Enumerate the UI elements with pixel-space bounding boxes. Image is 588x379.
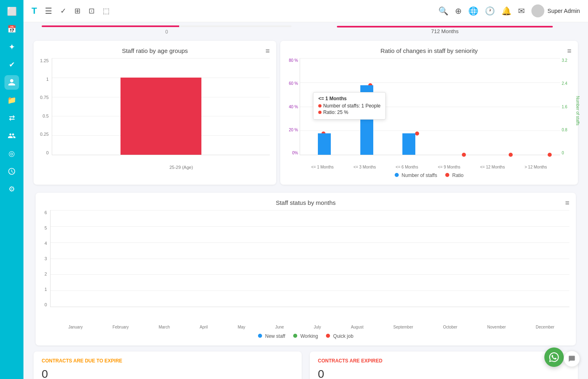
sidebar-item-calendar[interactable]: 📅: [4, 22, 19, 36]
x-nov: November: [487, 325, 506, 329]
x-may: May: [238, 325, 245, 329]
mail-icon[interactable]: ✉: [518, 6, 525, 16]
left-progress-fill: [42, 25, 179, 27]
seniority-chart: Ratio of changes in staff by seniority ≡…: [280, 41, 578, 185]
sidebar-item-clock[interactable]: [4, 164, 19, 179]
username: Super Admin: [548, 8, 580, 14]
legend-quickjob-dot: [326, 334, 330, 338]
seniority-bar-6m: [402, 133, 415, 155]
age-ratio-chart: Staff ratio by age groups ≡ 1.25 1 0.75 …: [34, 41, 276, 185]
monthly-y-2: 2: [42, 272, 47, 276]
fab-chat[interactable]: [564, 351, 580, 367]
user-info: Super Admin: [531, 4, 580, 17]
age-y-label-1: 1: [40, 77, 49, 82]
briefcase-icon[interactable]: ⊡: [89, 6, 95, 15]
avatar: [531, 4, 544, 17]
gridline: [51, 259, 569, 259]
history-icon[interactable]: 🕐: [485, 6, 495, 16]
age-bar-25-29: [121, 78, 201, 155]
gridline: [51, 242, 569, 243]
monthly-y-6: 6: [42, 210, 47, 215]
legend-staffs-dot: [395, 173, 399, 177]
grid-icon[interactable]: ⊞: [74, 6, 80, 15]
tooltip-staffs-label: Number of staffs: 1 People: [323, 103, 381, 109]
months-value: 712 Months: [431, 28, 459, 34]
legend-ratio: Ratio: [445, 173, 463, 178]
age-y-label-3: 0.5: [40, 114, 49, 118]
seniority-chart-menu[interactable]: ≡: [567, 47, 571, 55]
seniority-y-right-3: 0.8: [562, 128, 571, 132]
fab-whatsapp[interactable]: [544, 347, 564, 367]
age-y-label-4: 0.25: [40, 132, 49, 137]
monthly-y-0: 0: [42, 302, 47, 307]
add-icon[interactable]: ⊕: [455, 6, 462, 16]
sidebar: ⬜ 📅 ✦ ✔ 📁 ⇄ ◎ ⚙: [0, 0, 23, 379]
x-jul: July: [314, 325, 321, 329]
app-logo: T: [32, 6, 37, 16]
x-dec: December: [536, 325, 554, 329]
sen-x-label-4: <= 9 Months: [438, 165, 461, 169]
gridline: [51, 226, 569, 227]
check-icon[interactable]: ✓: [60, 6, 66, 15]
left-value: 0: [32, 29, 302, 35]
tooltip-ratio-row: Ratio: 25 %: [318, 109, 381, 115]
globe-icon[interactable]: 🌐: [468, 6, 478, 16]
legend-quick-job: Quick job: [326, 333, 353, 339]
sidebar-item-page[interactable]: ⬜: [4, 4, 19, 19]
seniority-y-left-1: 60 %: [287, 81, 298, 86]
sidebar-item-circle[interactable]: ◎: [4, 146, 19, 161]
sidebar-item-integrations[interactable]: ✦: [4, 40, 19, 54]
age-chart-menu[interactable]: ≡: [265, 47, 270, 55]
x-apr: April: [200, 325, 208, 329]
tooltip-ratio-label: Ratio: 25 %: [323, 109, 348, 115]
gridline: [51, 274, 569, 275]
seniority-y-right-2: 1.6: [562, 105, 571, 109]
main-area: T ☰ ✓ ⊞ ⊡ ⬚ 🔍 ⊕ 🌐 🕐 🔔 ✉ Super Admin: [23, 0, 588, 379]
monitor-icon[interactable]: ⬚: [103, 6, 110, 15]
bell-icon[interactable]: 🔔: [501, 6, 512, 16]
topnav-left: T ☰ ✓ ⊞ ⊡ ⬚: [32, 6, 110, 16]
legend-new-staff: New staff: [258, 333, 285, 339]
sen-x-label-2: <= 3 Months: [353, 165, 376, 169]
tooltip-staffs-row: Number of staffs: 1 People: [318, 103, 381, 109]
sidebar-item-staff[interactable]: [4, 75, 19, 90]
age-y-label-0: 1.25: [40, 58, 49, 63]
x-mar: March: [159, 325, 170, 329]
monthly-y-3: 3: [42, 256, 47, 261]
hamburger-icon[interactable]: ☰: [45, 6, 52, 16]
charts-row-1: Staff ratio by age groups ≡ 1.25 1 0.75 …: [23, 35, 588, 191]
expire-soon-value: 0: [42, 368, 294, 379]
monthly-chart-menu[interactable]: ≡: [565, 199, 569, 207]
x-oct: October: [443, 325, 457, 329]
search-icon[interactable]: 🔍: [438, 6, 448, 16]
seniority-y-left-2: 40 %: [287, 105, 298, 109]
sidebar-item-settings[interactable]: ⚙: [4, 182, 19, 196]
sen-x-label-3: <= 6 Months: [396, 165, 418, 169]
sidebar-item-group[interactable]: [4, 128, 19, 143]
contract-expired: CONTRACTS ARE EXPIRED 0: [310, 352, 578, 379]
age-x-label: 25-29 (Age): [72, 165, 270, 170]
sidebar-item-folder[interactable]: 📁: [4, 93, 19, 107]
x-sep: September: [393, 325, 413, 329]
sen-x-label-5: <= 12 Months: [480, 165, 505, 169]
expired-title: CONTRACTS ARE EXPIRED: [318, 358, 570, 364]
expire-soon-title: CONTRACTS ARE DUE TO EXPIRE: [42, 358, 294, 364]
age-y-label-5: 0: [40, 150, 49, 155]
sen-x-label-1: <= 1 Months: [311, 165, 334, 169]
x-jan: January: [68, 325, 83, 329]
top-navigation: T ☰ ✓ ⊞ ⊡ ⬚ 🔍 ⊕ 🌐 🕐 🔔 ✉ Super Admin: [23, 0, 588, 22]
topnav-right: 🔍 ⊕ 🌐 🕐 🔔 ✉ Super Admin: [438, 4, 580, 17]
monthly-y-4: 4: [42, 241, 47, 246]
legend-new-dot: [258, 334, 262, 338]
x-feb: February: [112, 325, 129, 329]
monthly-legend: New staff Working Quick job: [42, 333, 569, 339]
sidebar-item-transfer[interactable]: ⇄: [4, 111, 19, 125]
legend-working-dot: [293, 334, 297, 338]
content-area: 0 712 Months Staff ratio by age groups ≡…: [23, 22, 588, 379]
contracts-section: CONTRACTS ARE DUE TO EXPIRE 0 CONTRACTS …: [23, 347, 588, 379]
monthly-y-1: 1: [42, 287, 47, 292]
monthly-y-5: 5: [42, 225, 47, 230]
age-y-label-2: 0.75: [40, 95, 49, 100]
expired-value: 0: [318, 368, 570, 379]
sidebar-item-check[interactable]: ✔: [4, 57, 19, 72]
